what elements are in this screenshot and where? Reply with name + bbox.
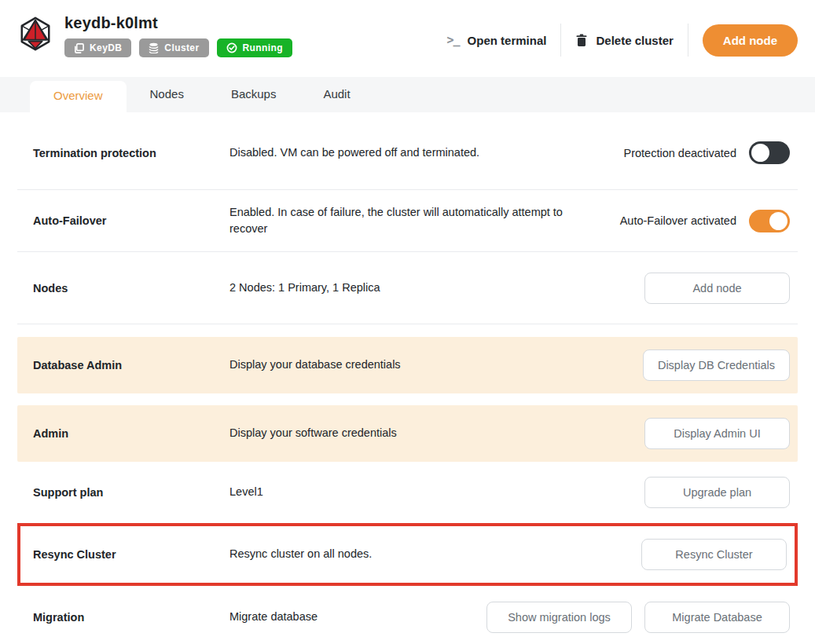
row-label: Support plan (33, 486, 229, 499)
row-label: Resync Cluster (33, 548, 229, 561)
database-icon (149, 42, 159, 53)
status-badge-label: Running (243, 42, 283, 53)
tab-nodes[interactable]: Nodes (127, 77, 207, 111)
show-migration-logs-button[interactable]: Show migration logs (486, 602, 632, 633)
row-label: Migration (33, 611, 229, 624)
row-description: 2 Nodes: 1 Primary, 1 Replica (229, 280, 591, 296)
row-database-admin: Database Admin Display your database cre… (17, 337, 798, 393)
layers-icon (74, 43, 84, 53)
cluster-overview-page: keydb-k0lmt KeyDB (0, 0, 815, 644)
add-node-button[interactable]: Add node (703, 24, 798, 57)
row-control: Resync Cluster (641, 539, 787, 570)
migrate-database-button[interactable]: Migrate Database (644, 602, 790, 633)
terminal-icon: >_ (447, 33, 460, 47)
open-terminal-label: Open terminal (468, 34, 547, 47)
header-divider (560, 24, 561, 57)
row-support-plan: Support plan Level1 Upgrade plan (17, 462, 798, 523)
row-label: Database Admin (33, 359, 229, 371)
badges: KeyDB Cluster (64, 38, 292, 57)
row-nodes: Nodes 2 Nodes: 1 Primary, 1 Replica Add … (17, 252, 798, 324)
tab-backups[interactable]: Backups (207, 77, 300, 111)
row-description: Display your software credentials (229, 425, 591, 441)
badge-keydb: KeyDB (64, 38, 131, 57)
row-control: Display Admin UI (644, 418, 790, 449)
display-admin-ui-button[interactable]: Display Admin UI (644, 418, 790, 449)
row-control: Show migration logs Migrate Database (486, 602, 790, 633)
header: keydb-k0lmt KeyDB (0, 0, 815, 77)
row-label: Termination protection (33, 147, 229, 159)
toggle-knob (751, 144, 769, 162)
row-description: Disabled. VM can be powered off and term… (229, 145, 591, 161)
upgrade-plan-button[interactable]: Upgrade plan (644, 477, 790, 508)
row-resync-cluster-annotated: Resync Cluster Resync cluster on all nod… (17, 523, 798, 586)
open-terminal-button[interactable]: >_ Open terminal (447, 33, 547, 47)
toggle-state-label: Auto-Failover activated (620, 214, 736, 227)
header-divider (688, 24, 688, 57)
row-control: Add node (644, 273, 790, 304)
row-description: Resync cluster on all nodes. (229, 546, 591, 562)
row-label: Admin (33, 427, 229, 440)
tab-overview[interactable]: Overview (30, 81, 127, 114)
termination-protection-toggle[interactable] (749, 141, 790, 164)
tab-audit[interactable]: Audit (299, 77, 373, 111)
delete-cluster-button[interactable]: Delete cluster (575, 34, 673, 47)
row-auto-failover: Auto-Failover Enabled. In case of failur… (17, 190, 798, 252)
row-description: Level1 (229, 484, 591, 500)
tab-bar: Overview Nodes Backups Audit (0, 77, 815, 112)
add-node-row-button[interactable]: Add node (644, 273, 790, 304)
row-control: Upgrade plan (644, 477, 790, 508)
row-admin: Admin Display your software credentials … (17, 405, 798, 462)
auto-failover-toggle[interactable] (749, 210, 790, 232)
row-control: Auto-Failover activated (620, 210, 790, 232)
delete-cluster-label: Delete cluster (596, 34, 673, 47)
row-description: Display your database credentials (229, 357, 591, 373)
badge-keydb-label: KeyDB (90, 42, 122, 53)
row-migration: Migration Migrate database Show migratio… (17, 586, 798, 644)
row-description: Enabled. In case of failure, the cluster… (229, 204, 591, 237)
row-control: Display DB Credentials (643, 349, 790, 381)
row-description: Migrate database (229, 609, 486, 625)
badge-cluster-label: Cluster (164, 42, 199, 53)
row-control: Protection deactivated (624, 141, 790, 164)
keydb-logo-icon (17, 16, 53, 52)
toggle-knob (769, 212, 787, 230)
page-title: keydb-k0lmt (64, 14, 292, 32)
toggle-state-label: Protection deactivated (624, 147, 736, 159)
trash-icon (575, 34, 588, 47)
badge-cluster: Cluster (139, 38, 208, 57)
row-label: Auto-Failover (33, 214, 229, 227)
row-label: Nodes (33, 282, 229, 295)
display-db-credentials-button[interactable]: Display DB Credentials (643, 349, 790, 381)
row-termination-protection: Termination protection Disabled. VM can … (17, 116, 798, 190)
resync-cluster-button[interactable]: Resync Cluster (641, 539, 787, 570)
title-block: keydb-k0lmt KeyDB (64, 14, 292, 57)
check-circle-icon (226, 42, 237, 53)
header-actions: >_ Open terminal Delete cluster Add node (447, 24, 798, 57)
header-left: keydb-k0lmt KeyDB (17, 14, 292, 57)
status-badge-running: Running (217, 38, 292, 57)
overview-settings-list: Termination protection Disabled. VM can … (0, 112, 815, 644)
